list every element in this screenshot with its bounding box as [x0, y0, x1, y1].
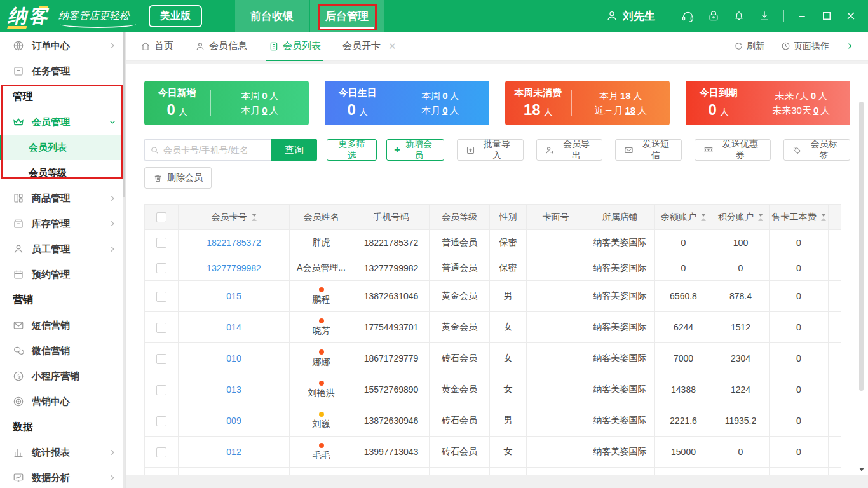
- sort-icon[interactable]: [758, 212, 763, 222]
- sidebar-item-label: 商品管理: [32, 193, 70, 205]
- row-checkbox[interactable]: [156, 416, 166, 426]
- member-card-link[interactable]: 015: [226, 291, 241, 301]
- vertical-scrollbar[interactable]: [859, 98, 864, 473]
- status-dot: [319, 287, 324, 292]
- tab-close-icon[interactable]: ✕: [388, 41, 397, 52]
- member-card-link[interactable]: 012: [226, 447, 241, 457]
- sidebar-item-label: 订单中心: [32, 40, 70, 52]
- row-checkbox[interactable]: [156, 354, 166, 364]
- headset-icon[interactable]: [681, 10, 695, 23]
- divider: [668, 10, 668, 22]
- member-balance: 6244: [655, 312, 712, 343]
- sidebar-item-booking-manage[interactable]: 预约管理: [0, 262, 125, 287]
- page-ops-button[interactable]: 页面操作: [781, 41, 829, 52]
- tab-member-open-card[interactable]: 会员开卡: [342, 32, 381, 61]
- search-button[interactable]: 查询: [271, 139, 317, 161]
- user-menu[interactable]: 刘先生: [606, 9, 655, 24]
- send-sms-button[interactable]: 发送短信: [615, 139, 682, 161]
- sidebar-item-staff-manage[interactable]: 员工管理: [0, 236, 125, 262]
- sidebar-item-member-list[interactable]: 会员列表: [0, 135, 125, 160]
- select-all-cell: [145, 205, 179, 230]
- nav-front-cashier[interactable]: 前台收银: [235, 0, 309, 32]
- col-card-number[interactable]: 会员卡号: [179, 205, 290, 230]
- tab-home[interactable]: 首页: [140, 32, 173, 61]
- stat-card-new-today[interactable]: 今日新增 0人 本周0人 本月0人: [144, 81, 309, 125]
- row-checkbox[interactable]: [156, 292, 166, 302]
- stat-card-expire-today[interactable]: 今日到期 0人 未来7天0人 未来30天0人: [686, 81, 850, 125]
- sidebar-item-member-level[interactable]: 会员等级: [0, 160, 125, 186]
- chevron-right-icon[interactable]: [846, 42, 854, 50]
- sort-icon[interactable]: [821, 212, 826, 222]
- member-card-fee: 0: [770, 230, 829, 255]
- edition-badge[interactable]: 美业版: [149, 5, 202, 27]
- member-card-link[interactable]: 013: [226, 384, 241, 395]
- bell-icon[interactable]: [733, 10, 745, 22]
- close-icon[interactable]: [845, 10, 857, 22]
- send-coupon-button[interactable]: 发送优惠券: [695, 139, 771, 161]
- sort-icon[interactable]: [701, 212, 706, 222]
- status-dot: [319, 443, 324, 448]
- nav-backend-manage[interactable]: 后台管理: [310, 0, 384, 32]
- delete-member-button[interactable]: 删除会员: [144, 167, 212, 189]
- add-member-button[interactable]: + 新增会员: [386, 139, 444, 161]
- batch-import-button[interactable]: 批量导入: [457, 139, 524, 161]
- search-input[interactable]: [163, 145, 259, 155]
- member-card-link[interactable]: 009: [226, 416, 241, 426]
- sidebar-item-label: 库存管理: [32, 218, 70, 230]
- select-all-checkbox[interactable]: [156, 212, 166, 222]
- sidebar-item-label: 统计报表: [32, 447, 70, 459]
- tab-member-list[interactable]: 会员列表: [269, 32, 321, 61]
- sidebar-item-miniprogram-marketing[interactable]: 小程序营销: [0, 363, 125, 389]
- refresh-button[interactable]: 刷新: [734, 41, 764, 52]
- row-checkbox[interactable]: [156, 238, 166, 248]
- member-level: 普通会员: [430, 230, 490, 255]
- sidebar-item-inventory-manage[interactable]: 库存管理: [0, 211, 125, 236]
- sidebar-item-data-analysis[interactable]: 数据分析: [0, 465, 125, 488]
- member-name: 刘艳洪: [308, 387, 335, 399]
- tab-member-info[interactable]: 会员信息: [195, 32, 247, 61]
- col-card-fee[interactable]: 售卡工本费: [770, 205, 829, 230]
- scroll-down-arrow[interactable]: [859, 468, 864, 471]
- col-balance[interactable]: 余额账户: [655, 205, 712, 230]
- member-export-button[interactable]: 会员导出: [536, 139, 603, 161]
- chevron-right-icon: [109, 42, 116, 50]
- col-points[interactable]: 积分账户: [712, 205, 770, 230]
- member-tags-button[interactable]: 会员标签: [783, 139, 850, 161]
- table-row: 015 鹏程 13872631046 黄金会员 男 纳客美姿国际 6560.8 …: [145, 281, 841, 312]
- sidebar-item-sms-marketing[interactable]: 短信营销: [0, 313, 125, 338]
- member-card-face: [527, 374, 585, 405]
- scrollbar-thumb[interactable]: [859, 102, 864, 391]
- download-icon[interactable]: [758, 10, 771, 22]
- sidebar-item-marketing-center[interactable]: 营销中心: [0, 389, 125, 414]
- member-name: 毛毛: [313, 449, 330, 461]
- maximize-icon[interactable]: [821, 10, 832, 22]
- sort-icon[interactable]: [252, 212, 257, 222]
- row-checkbox[interactable]: [156, 263, 166, 273]
- sidebar-item-wechat-marketing[interactable]: 微信营销: [0, 338, 125, 363]
- lock-icon[interactable]: [707, 10, 720, 22]
- member-points: 0: [712, 437, 770, 468]
- sidebar-item-stat-reports[interactable]: 统计报表: [0, 440, 125, 465]
- row-checkbox[interactable]: [156, 385, 166, 395]
- sidebar-item-label: 员工管理: [32, 243, 70, 255]
- member-card-link[interactable]: 014: [226, 322, 241, 332]
- member-store: 纳客美姿国际: [585, 437, 655, 468]
- row-checkbox[interactable]: [156, 447, 166, 458]
- member-card-link[interactable]: 010: [226, 353, 241, 363]
- member-card-link[interactable]: 18221785372: [207, 238, 261, 248]
- member-card-link[interactable]: 13277799982: [207, 263, 261, 273]
- sidebar-item-task-manage[interactable]: 任务管理: [0, 58, 125, 84]
- sidebar-item-member-manage[interactable]: 会员管理: [0, 109, 125, 135]
- row-checkbox[interactable]: [156, 323, 166, 333]
- sidebar-scrollbar[interactable]: [123, 32, 125, 488]
- minimize-icon[interactable]: [797, 10, 808, 22]
- sidebar: 订单中心 任务管理 管理 会员管理 会员列表 会员等级 商品管理 库存管理 员工…: [0, 32, 126, 488]
- sidebar-item-order-center[interactable]: 订单中心: [0, 33, 125, 58]
- more-filters-button[interactable]: 更多筛选: [327, 139, 377, 161]
- stat-card-no-consume-week[interactable]: 本周未消费 18人 本月18人 近三月18人: [505, 81, 670, 125]
- stat-card-birthday-today[interactable]: 今日生日 0人 本周0人 本月0人: [325, 81, 489, 125]
- row-select-cell: [145, 312, 179, 343]
- row-select-cell: [145, 437, 179, 468]
- sidebar-item-goods-manage[interactable]: 商品管理: [0, 186, 125, 211]
- export-icon: [545, 146, 555, 155]
